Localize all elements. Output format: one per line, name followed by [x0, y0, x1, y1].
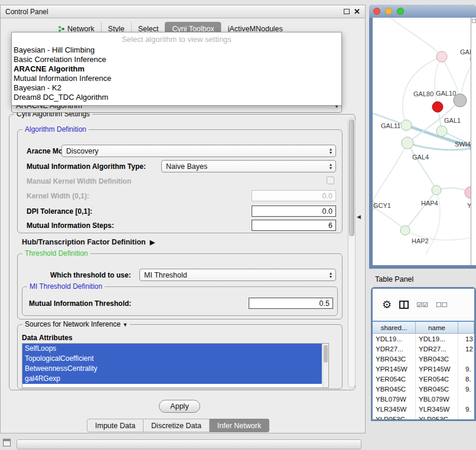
- network-node-label: SWI4: [455, 141, 471, 148]
- table-panel-title: Table Panel: [375, 275, 413, 283]
- table-cell: YDL19...: [373, 334, 416, 344]
- network-node[interactable]: [402, 137, 413, 149]
- network-node[interactable]: [436, 51, 447, 62]
- network-node[interactable]: [432, 102, 443, 112]
- network-node-label: GAL10: [436, 90, 456, 97]
- table-row[interactable]: YLR053CYLR053C: [373, 414, 474, 419]
- list-scrollbar[interactable]: [322, 344, 328, 387]
- mi-steps-field[interactable]: 6: [252, 220, 336, 231]
- table-row[interactable]: YLR345WYLR345W9.: [373, 404, 474, 414]
- table-cell: YPR145W: [373, 364, 416, 374]
- mi-threshold-field[interactable]: 0.5: [249, 298, 333, 309]
- dropdown-prompt: Select algorithm to view settings: [12, 34, 341, 45]
- table-row[interactable]: YBR043CYBR043C: [373, 354, 474, 364]
- bottom-tab-impute-data[interactable]: Impute Data: [87, 419, 144, 432]
- float-panel-icon[interactable]: [344, 9, 350, 14]
- sources-legend-text: Sources for Network Inference: [25, 320, 120, 328]
- network-edge: [390, 18, 442, 57]
- hub-definition-section[interactable]: Hub/Transcription Factor Definition ▶: [22, 238, 155, 246]
- network-node[interactable]: [465, 187, 471, 198]
- scrollbar-arrow-box[interactable]: [472, 19, 476, 23]
- mi-type-combo[interactable]: Naive Bayes ▲ ▼: [161, 160, 336, 172]
- network-node[interactable]: [400, 226, 410, 235]
- manual-kernel-checkbox[interactable]: [327, 177, 334, 184]
- list-item-topologicalcoefficient[interactable]: TopologicalCoefficient: [22, 354, 322, 364]
- table-header-row: shared...name: [373, 321, 474, 334]
- settings-scrollbar-thumb[interactable]: [349, 119, 354, 236]
- minimized-panel-icon-top: [4, 439, 10, 441]
- table-row[interactable]: YER054CYER054C8.: [373, 374, 474, 384]
- sources-legend[interactable]: Sources for Network Inference ▼: [22, 320, 130, 328]
- hub-definition-label: Hub/Transcription Factor Definition: [22, 238, 146, 246]
- unchecked-boxes-icon[interactable]: ☐☐: [436, 301, 448, 309]
- network-node[interactable]: [432, 185, 441, 195]
- table-row[interactable]: YBL079WYBL079W: [373, 394, 474, 404]
- checked-boxes-icon[interactable]: ☑☑: [416, 301, 428, 309]
- table-body: YDL19...YDL19...13YDR27...YDR27...12YBR0…: [373, 334, 474, 419]
- dropdown-item-basic-correlation-inference[interactable]: Basic Correlation Inference: [12, 55, 341, 64]
- table-cell: 13: [458, 334, 474, 344]
- table-cell: YDR27...: [416, 344, 458, 354]
- network-canvas[interactable]: GAL7GAL80GAL10GAL11GAL1SWI4GAL4GCY1HAP4Y…: [373, 18, 471, 265]
- columns-icon[interactable]: [399, 301, 409, 309]
- network-node[interactable]: [401, 120, 412, 131]
- dropdown-item-mutual-information-inference[interactable]: Mutual Information Inference: [12, 74, 341, 83]
- minimized-panel-icon[interactable]: [3, 439, 11, 446]
- settings-scrollbar[interactable]: [348, 118, 356, 388]
- control-panel-title: Control Panel: [5, 8, 48, 16]
- network-window: GAL7GAL80GAL10GAL11GAL1SWI4GAL4GCY1HAP4Y…: [369, 5, 476, 269]
- data-attributes-label: Data Attributes: [22, 334, 73, 342]
- network-edge: [405, 190, 436, 230]
- network-scrollbar[interactable]: [471, 18, 476, 265]
- network-window-titlebar[interactable]: [369, 5, 476, 18]
- network-node-label: GCY1: [373, 202, 391, 209]
- table-panel-window: ⚙ ☑☑ ☐☐ shared...name YDL19...YDL19...13…: [371, 287, 476, 421]
- table-row[interactable]: YBR045CYBR045C9.: [373, 384, 474, 394]
- collapsed-panel-bar[interactable]: [17, 439, 361, 449]
- list-scrollbar-thumb[interactable]: [324, 345, 328, 363]
- dropdown-item-bayesian-hill-climbing[interactable]: Bayesian - Hill Climbing: [12, 45, 341, 55]
- aracne-mode-combo[interactable]: Discovery ▲ ▼: [61, 145, 336, 157]
- aracne-mode-value: Discovery: [66, 147, 99, 155]
- table-row[interactable]: YDL19...YDL19...13: [373, 334, 474, 344]
- dpi-tolerance-field[interactable]: 0.0: [252, 206, 336, 217]
- close-window-button[interactable]: [373, 8, 380, 15]
- threshold-definition-legend: Threshold Definition: [22, 249, 90, 257]
- zoom-window-button[interactable]: [397, 8, 404, 15]
- table-cell: YBR043C: [416, 354, 458, 364]
- table-column-header[interactable]: shared...: [373, 322, 416, 334]
- list-item-gal4rgexp[interactable]: gal4RGexp: [22, 374, 322, 384]
- dropdown-item-dream8-dc-tdc-algorithm[interactable]: Dream8 DC_TDC Algorithm: [12, 93, 341, 102]
- list-item-betweennesscentrality[interactable]: BetweennessCentrality: [22, 364, 322, 374]
- network-node-label: GAL7: [460, 48, 471, 56]
- list-item-selfloops[interactable]: SelfLoops: [22, 344, 322, 354]
- control-panel-window: Control Panel ✕ NetworkStyleSelectCyni T…: [0, 5, 366, 433]
- expand-arrow-icon: ▶: [150, 239, 155, 246]
- gear-icon[interactable]: ⚙: [382, 298, 392, 311]
- table-column-header[interactable]: name: [416, 322, 458, 334]
- network-node-label: HAP2: [412, 237, 429, 244]
- table-cell: 12: [458, 344, 474, 354]
- mi-steps-label: Mutual Information Steps:: [27, 221, 114, 230]
- dropdown-item-aracne-algorithm[interactable]: ARACNE Algorithm: [12, 64, 341, 74]
- which-threshold-combo[interactable]: MI Threshold ▲ ▼: [139, 269, 336, 281]
- table-row[interactable]: YDR27...YDR27...12: [373, 344, 474, 354]
- table-cell: 9.: [458, 364, 474, 374]
- combo-arrows-icon: ▲ ▼: [326, 269, 335, 281]
- mi-type-value: Naive Bayes: [166, 162, 207, 171]
- kernel-width-field[interactable]: 0.0: [252, 190, 336, 201]
- bottom-tab-discretize-data[interactable]: Discretize Data: [144, 419, 210, 432]
- minimize-window-button[interactable]: [385, 8, 392, 15]
- network-edge: [435, 57, 442, 107]
- bottom-tab-infer-network[interactable]: Infer Network: [210, 419, 269, 432]
- table-cell: YBR043C: [373, 354, 416, 364]
- table-column-header[interactable]: [458, 322, 474, 334]
- network-node[interactable]: [436, 126, 447, 136]
- table-row[interactable]: YPR145WYPR145W9.: [373, 364, 474, 374]
- table-cell: 9.: [458, 404, 474, 414]
- table-cell: YPR145W: [416, 364, 458, 374]
- close-panel-icon[interactable]: ✕: [354, 8, 360, 15]
- panel-splitter-arrow[interactable]: ◀: [357, 214, 361, 220]
- apply-button[interactable]: Apply: [159, 400, 200, 413]
- dropdown-item-bayesian-k2[interactable]: Bayesian - K2: [12, 83, 341, 93]
